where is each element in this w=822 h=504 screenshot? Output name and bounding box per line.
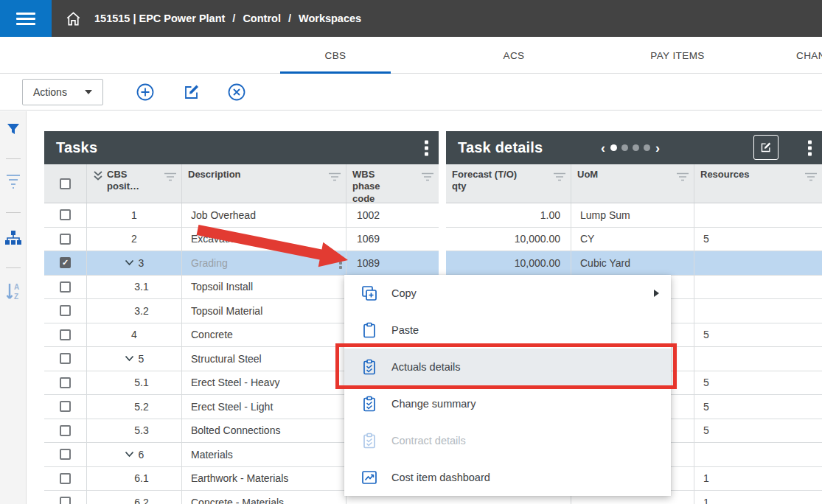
row-checkbox[interactable] xyxy=(60,234,71,245)
menu-item-copy[interactable]: Copy xyxy=(344,275,671,312)
breadcrumb-page[interactable]: Workspaces xyxy=(299,13,361,24)
checkbox-cell xyxy=(44,323,87,347)
table-row[interactable]: 10,000.00CY5 xyxy=(446,228,822,252)
cancel-circle-icon[interactable] xyxy=(227,83,246,102)
row-checkbox[interactable] xyxy=(60,449,71,460)
filter-icon[interactable] xyxy=(328,172,341,182)
filter-icon[interactable] xyxy=(804,172,818,182)
kebab-menu-icon[interactable] xyxy=(425,140,428,155)
column-header-wbs-phase-code[interactable]: WBS phase code xyxy=(346,164,439,203)
row-checkbox[interactable] xyxy=(60,305,71,316)
checkbox-cell xyxy=(44,491,87,504)
hierarchy-icon[interactable] xyxy=(4,229,22,247)
tab-acs[interactable]: ACS xyxy=(459,37,569,74)
row-kebab-icon[interactable] xyxy=(339,257,342,269)
column-header-uom[interactable]: UoM xyxy=(571,164,694,203)
toolbar: Actions xyxy=(0,74,822,111)
row-checkbox[interactable]: ✓ xyxy=(60,257,71,268)
svg-text:A: A xyxy=(14,283,19,291)
home-icon[interactable] xyxy=(52,0,94,37)
row-checkbox[interactable] xyxy=(60,377,71,388)
table-row[interactable]: ✓3Grading1089 xyxy=(44,251,439,276)
edit-icon[interactable] xyxy=(182,83,201,102)
column-header-forecast-qty[interactable]: Forecast (T/O) qty xyxy=(446,164,571,203)
row-checkbox[interactable] xyxy=(60,209,71,220)
uom-cell: Lump Sum xyxy=(571,203,694,227)
clipboard-check-icon xyxy=(361,395,378,413)
sort-az-icon[interactable]: A Z xyxy=(4,282,22,303)
description-value: Topsoil Material xyxy=(191,305,262,317)
actions-dropdown-button[interactable]: Actions xyxy=(22,79,103,105)
table-row[interactable]: 2Excavation1069 xyxy=(44,228,439,252)
breadcrumb-section[interactable]: Control xyxy=(243,13,281,24)
description-value: Grading xyxy=(191,257,228,269)
breadcrumb-project[interactable]: 151515 | EPC Power Plant xyxy=(94,13,225,24)
uom-value: Lump Sum xyxy=(580,209,630,221)
column-header-cbs-position[interactable]: CBS posit… xyxy=(87,164,182,203)
filter-icon[interactable] xyxy=(421,172,434,182)
page-prev-icon[interactable]: ‹ xyxy=(601,141,605,155)
description-value: Topsoil Install xyxy=(191,281,253,293)
column-header-resources[interactable]: Resources xyxy=(694,164,822,203)
add-circle-icon[interactable] xyxy=(136,83,155,102)
description-cell: Structural Steel xyxy=(182,347,346,371)
filter-lines-icon[interactable] xyxy=(5,172,21,189)
divider xyxy=(6,158,21,159)
forecast-qty-cell: 10,000.00 xyxy=(446,251,571,275)
menu-item-label: Change summary xyxy=(391,398,476,410)
tab-cbs[interactable]: CBS xyxy=(280,37,391,74)
menu-item-paste[interactable]: Paste xyxy=(344,312,671,349)
row-checkbox[interactable] xyxy=(60,353,71,364)
tab-chan[interactable]: CHAN xyxy=(756,37,822,74)
row-checkbox[interactable] xyxy=(60,401,71,412)
description-cell: Excavation xyxy=(182,228,346,251)
description-value: Bolted Connections xyxy=(191,424,280,436)
checkbox-cell xyxy=(44,371,87,395)
chevron-down-icon[interactable] xyxy=(125,355,134,362)
resources-value: 5 xyxy=(703,424,709,436)
forecast-qty-value: 10,000.00 xyxy=(515,257,560,269)
row-checkbox[interactable] xyxy=(60,425,71,436)
edit-details-button[interactable] xyxy=(753,135,779,160)
row-checkbox[interactable] xyxy=(60,281,71,293)
forecast-qty-value: 1.00 xyxy=(540,209,560,221)
filter-icon[interactable] xyxy=(676,172,689,182)
page-dot[interactable] xyxy=(621,144,628,151)
menu-item-label: Actuals details xyxy=(391,361,461,373)
page-dot[interactable] xyxy=(633,144,639,151)
resources-cell: 5 xyxy=(694,228,822,251)
hamburger-menu-icon[interactable] xyxy=(0,0,52,37)
page-next-icon[interactable]: › xyxy=(655,141,660,155)
wbs-phase-code-cell: 1002 xyxy=(346,203,439,227)
filter-funnel-icon[interactable] xyxy=(6,122,21,136)
filter-icon[interactable] xyxy=(553,172,566,182)
row-checkbox[interactable] xyxy=(60,473,71,484)
edit-icon xyxy=(759,141,773,154)
page-dot[interactable] xyxy=(610,144,617,151)
tab-pay-items[interactable]: PAY ITEMS xyxy=(622,37,733,74)
description-value: Erect Steel - Light xyxy=(191,401,273,413)
row-checkbox[interactable] xyxy=(60,497,71,504)
column-header-description[interactable]: Description xyxy=(182,164,346,203)
menu-item-change-summary[interactable]: Change summary xyxy=(344,385,671,422)
table-row[interactable]: 10,000.00Cubic Yard xyxy=(446,251,822,276)
menu-item-actuals-details[interactable]: Actuals details xyxy=(344,349,671,385)
row-checkbox[interactable] xyxy=(60,329,71,340)
details-column-header: Forecast (T/O) qty UoM Resources xyxy=(446,164,822,203)
menu-item-cost-item-dashboard[interactable]: Cost item dashboard xyxy=(344,459,671,496)
kebab-menu-icon[interactable] xyxy=(808,140,812,155)
description-value: Job Overhead xyxy=(191,209,256,221)
cbs-position-value: 5.1 xyxy=(134,377,148,388)
page-dot[interactable] xyxy=(644,144,650,151)
description-value: Excavation xyxy=(191,233,241,245)
table-row[interactable]: 1.00Lump Sum xyxy=(446,203,822,228)
divider xyxy=(6,267,21,268)
wbs-phase-code-value: 1069 xyxy=(357,233,380,245)
filter-icon[interactable] xyxy=(164,172,177,182)
chevron-down-icon[interactable] xyxy=(125,451,134,458)
select-all-checkbox[interactable] xyxy=(60,178,71,189)
uom-value: Cubic Yard xyxy=(580,257,630,269)
chevron-down-icon[interactable] xyxy=(125,259,134,266)
collapse-all-icon[interactable] xyxy=(93,170,103,182)
table-row[interactable]: 1Job Overhead1002 xyxy=(44,203,439,228)
